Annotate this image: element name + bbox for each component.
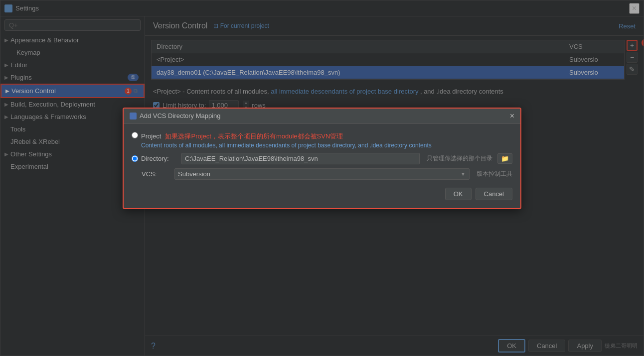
- project-radio-option: Project 如果选择Project，表示整个项目的所有module都会被SV…: [132, 132, 512, 149]
- directory-note: 只管理你选择的那个目录: [427, 154, 492, 163]
- vcs-row: VCS: Subversion 版本控制工具: [132, 168, 512, 180]
- project-label: Project: [141, 132, 161, 140]
- modal-close-button[interactable]: ×: [510, 112, 514, 120]
- vcs-label: VCS:: [132, 170, 171, 178]
- add-vcs-modal: Add VCS Directory Mapping × Project 如果选择…: [123, 108, 521, 209]
- modal-title: Add VCS Directory Mapping: [130, 112, 221, 119]
- directory-radio[interactable]: [132, 155, 138, 162]
- project-radio[interactable]: [132, 132, 138, 138]
- settings-window: Settings × ▶ Appearance & Behavior Keyma…: [0, 0, 644, 356]
- directory-radio-option: Directory: 只管理你选择的那个目录 📁: [132, 153, 512, 164]
- modal-icon: [130, 113, 137, 119]
- project-desc: Content roots of all modules, all immedi…: [141, 142, 432, 149]
- modal-titlebar: Add VCS Directory Mapping ×: [124, 109, 520, 124]
- modal-body: Project 如果选择Project，表示整个项目的所有module都会被SV…: [124, 124, 520, 208]
- modal-cancel-button[interactable]: Cancel: [476, 188, 512, 200]
- folder-browse-button[interactable]: 📁: [497, 153, 512, 164]
- directory-label: Directory:: [141, 155, 178, 162]
- directory-input[interactable]: [181, 153, 420, 164]
- modal-footer: OK Cancel: [132, 184, 512, 200]
- modal-ok-button[interactable]: OK: [445, 188, 472, 200]
- vcs-select[interactable]: Subversion: [174, 168, 470, 180]
- project-radio-content: Project 如果选择Project，表示整个项目的所有module都会被SV…: [141, 132, 432, 149]
- vcs-select-wrapper: Subversion: [174, 168, 470, 180]
- vcs-note-red: 版本控制工具: [477, 170, 512, 178]
- project-note-red: 如果选择Project，表示整个项目的所有module都会被SVN管理: [165, 132, 343, 141]
- project-radio-label-row: Project 如果选择Project，表示整个项目的所有module都会被SV…: [141, 132, 432, 141]
- modal-overlay: Add VCS Directory Mapping × Project 如果选择…: [0, 0, 644, 356]
